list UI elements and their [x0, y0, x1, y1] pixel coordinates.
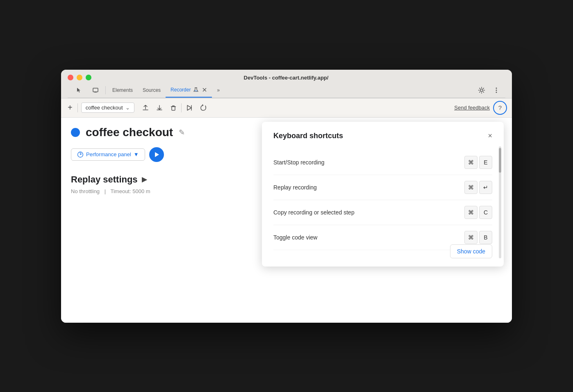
popup-close-btn[interactable]: ×	[488, 132, 492, 139]
shortcut-row-start-stop: Start/Stop recording ⌘ E	[273, 150, 492, 175]
show-code-btn[interactable]: Show code	[450, 244, 492, 258]
recording-select[interactable]: coffee checkout ⌄	[81, 103, 134, 113]
shortcut-keys-start-stop: ⌘ E	[464, 156, 492, 169]
chevron-down-icon: ⌄	[125, 105, 130, 111]
device-icon-btn[interactable]	[87, 83, 104, 98]
traffic-lights	[68, 75, 91, 80]
upload-icon	[142, 105, 149, 111]
step-play-icon	[186, 104, 193, 112]
more-options-btn[interactable]	[491, 84, 502, 96]
svg-rect-0	[93, 88, 98, 92]
cursor-icon	[76, 87, 82, 93]
title-bar: DevTools - coffee-cart.netlify.app/ Elem…	[61, 70, 512, 98]
shortcut-label-start-stop: Start/Stop recording	[273, 159, 325, 166]
replay-settings-arrow: ▶	[142, 175, 147, 183]
svg-point-8	[496, 92, 497, 93]
shortcut-keys-toggle: ⌘ B	[464, 231, 492, 244]
kbd-b: B	[479, 231, 492, 244]
keyboard-shortcuts-popup: Keyboard shortcuts × Start/Stop recordin…	[262, 122, 504, 267]
performance-panel-label: Performance panel	[86, 151, 131, 157]
start-replay-btn[interactable]	[149, 147, 164, 162]
tab-elements[interactable]: Elements	[107, 83, 138, 98]
settings-icon-btn[interactable]	[476, 84, 487, 96]
popup-title: Keyboard shortcuts	[273, 132, 343, 140]
maximize-button[interactable]	[86, 75, 91, 80]
devtools-content: coffee checkout ✎ Performance panel ▼	[61, 118, 512, 323]
svg-point-6	[496, 88, 497, 89]
recording-status-dot	[71, 128, 80, 137]
shortcut-keys-copy: ⌘ C	[464, 206, 492, 219]
svg-marker-10	[187, 105, 191, 110]
toolbar-divider-2	[181, 103, 182, 112]
play-icon	[154, 152, 159, 157]
device-toolbar-icon	[92, 87, 99, 93]
add-recording-btn[interactable]: +	[66, 103, 74, 112]
kbd-c: C	[479, 206, 492, 219]
shortcut-row-replay: Replay recording ⌘ ↵	[273, 175, 492, 200]
inspect-icon-btn[interactable]	[71, 83, 87, 98]
delete-btn[interactable]	[167, 102, 180, 114]
toolbar-divider-1	[77, 103, 78, 112]
performance-panel-btn[interactable]: Performance panel ▼	[71, 148, 145, 161]
import-btn[interactable]	[153, 102, 166, 114]
replay-icon	[200, 104, 207, 112]
recording-select-label: coffee checkout	[86, 105, 123, 111]
help-button[interactable]: ?	[493, 101, 507, 115]
popup-scrollbar[interactable]	[499, 146, 501, 258]
gear-icon	[478, 87, 485, 94]
recorder-flask-icon	[193, 87, 199, 93]
scrollbar-thumb	[499, 148, 501, 173]
popup-header: Keyboard shortcuts ×	[273, 132, 492, 140]
shortcut-label-toggle: Toggle code view	[273, 234, 317, 241]
close-tab-icon[interactable]	[202, 87, 207, 92]
perf-panel-chevron: ▼	[134, 151, 139, 157]
browser-window: DevTools - coffee-cart.netlify.app/ Elem…	[61, 70, 512, 323]
shortcut-keys-replay: ⌘ ↵	[464, 181, 492, 194]
tab-recorder[interactable]: Recorder	[166, 83, 212, 98]
replay-btn[interactable]	[197, 102, 209, 114]
send-feedback-link[interactable]: Send feedback	[454, 105, 490, 111]
performance-icon	[77, 151, 84, 158]
minimize-button[interactable]	[77, 75, 82, 80]
kbd-cmd-1: ⌘	[464, 156, 478, 169]
shortcut-row-copy: Copy recording or selected step ⌘ C	[273, 200, 492, 225]
svg-rect-9	[172, 107, 175, 110]
tab-divider	[105, 86, 106, 94]
replay-step-btn[interactable]	[183, 102, 196, 114]
recorder-toolbar: + coffee checkout ⌄	[61, 98, 512, 118]
kbd-e: E	[479, 156, 492, 169]
kbd-cmd-2: ⌘	[464, 181, 478, 194]
edit-recording-name-btn[interactable]: ✎	[179, 128, 185, 137]
tab-more[interactable]: »	[212, 83, 225, 98]
tab-actions-right	[476, 84, 502, 96]
trash-icon	[170, 105, 177, 111]
kbd-enter: ↵	[479, 181, 492, 194]
close-button[interactable]	[68, 75, 73, 80]
svg-point-7	[496, 90, 497, 91]
kbd-cmd-4: ⌘	[464, 231, 478, 244]
toolbar-icon-group	[139, 102, 209, 114]
three-dots-icon	[493, 87, 500, 94]
shortcut-label-replay: Replay recording	[273, 184, 317, 191]
export-btn[interactable]	[139, 102, 152, 114]
recording-name-label: coffee checkout	[86, 126, 173, 139]
svg-rect-1	[94, 92, 97, 93]
devtools-tab-bar: Elements Sources Recorder »	[68, 83, 505, 98]
shortcut-label-copy: Copy recording or selected step	[273, 209, 355, 216]
kbd-cmd-3: ⌘	[464, 206, 478, 219]
window-title: DevTools - coffee-cart.netlify.app/	[91, 75, 481, 81]
download-icon	[156, 105, 163, 111]
svg-point-5	[480, 89, 483, 91]
tab-sources[interactable]: Sources	[138, 83, 166, 98]
svg-marker-13	[155, 152, 159, 157]
